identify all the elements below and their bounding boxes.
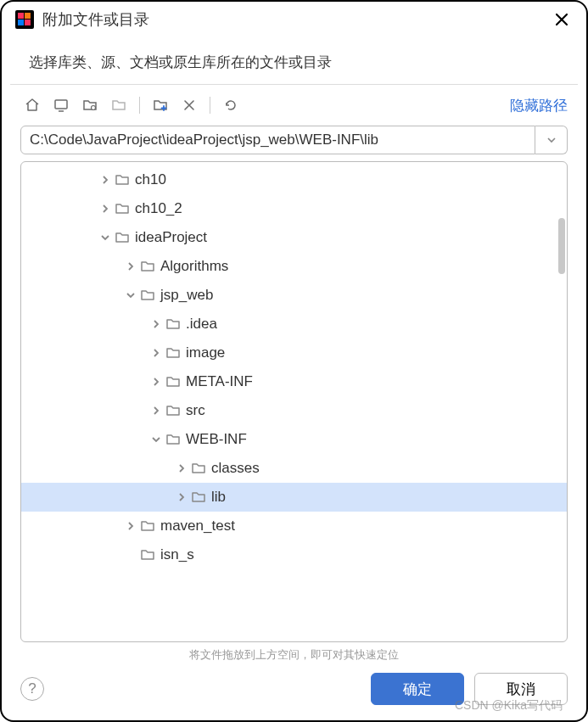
delete-button[interactable] xyxy=(177,93,201,117)
toolbar: 隐藏路径 xyxy=(2,85,586,126)
tree-node[interactable]: META-INF xyxy=(21,367,567,396)
tree-node[interactable]: Algorithms xyxy=(21,252,567,281)
toolbar-separator xyxy=(210,97,210,114)
folder-icon xyxy=(165,374,181,389)
svg-point-6 xyxy=(92,106,96,110)
hide-path-link[interactable]: 隐藏路径 xyxy=(510,96,568,115)
svg-rect-3 xyxy=(18,20,24,25)
tree-container[interactable]: ch10ch10_2ideaProjectAlgorithmsjsp_web.i… xyxy=(20,161,568,642)
folder-icon xyxy=(140,547,155,562)
chevron-right-icon[interactable] xyxy=(148,403,164,418)
ok-button[interactable]: 确定 xyxy=(371,673,464,705)
tree-node-label: WEB-INF xyxy=(186,431,247,448)
drag-hint: 将文件拖放到上方空间，即可对其快速定位 xyxy=(2,646,586,669)
tree-node-label: jsp_web xyxy=(160,287,213,304)
tree-node[interactable]: jsp_web xyxy=(21,281,567,310)
tree-node-label: lib xyxy=(211,489,226,506)
svg-rect-1 xyxy=(18,13,24,19)
dialog-title: 附加文件或目录 xyxy=(42,9,542,30)
tree-node[interactable]: WEB-INF xyxy=(21,425,567,454)
folder-icon xyxy=(165,403,181,418)
svg-rect-2 xyxy=(25,13,31,19)
cancel-button[interactable]: 取消 xyxy=(474,673,568,705)
refresh-button[interactable] xyxy=(219,93,243,117)
dialog-header: 附加文件或目录 xyxy=(2,2,586,37)
tree-node[interactable]: .idea xyxy=(21,310,567,339)
folder-icon xyxy=(191,490,206,505)
tree-node-label: image xyxy=(186,344,225,361)
tree-node[interactable]: ch10_2 xyxy=(21,194,567,223)
tree-node[interactable]: src xyxy=(21,396,567,425)
tree-node-label: ideaProject xyxy=(135,229,207,246)
tree-node[interactable]: ideaProject xyxy=(21,223,567,252)
svg-rect-4 xyxy=(25,20,31,25)
app-logo-icon xyxy=(15,10,34,29)
path-dropdown-button[interactable] xyxy=(535,126,568,154)
chevron-right-icon[interactable] xyxy=(98,201,113,216)
scrollbar-thumb[interactable] xyxy=(558,218,565,274)
dialog-subtitle: 选择库类、源、文档或原生库所在的文件或目录 xyxy=(10,37,578,85)
chevron-right-icon[interactable] xyxy=(98,172,113,187)
folder-icon xyxy=(140,259,155,274)
attach-file-dialog: 附加文件或目录 选择库类、源、文档或原生库所在的文件或目录 隐藏路径 xyxy=(0,0,588,722)
folder-icon xyxy=(165,345,181,361)
tree-node-label: META-INF xyxy=(186,373,253,390)
folder-icon xyxy=(140,518,155,534)
tree-node-label: .idea xyxy=(186,316,217,333)
tree-node[interactable]: isn_s xyxy=(21,540,567,569)
tree-node-label: src xyxy=(186,402,205,419)
tree-node-label: ch10 xyxy=(135,171,166,188)
tree-node[interactable]: maven_test xyxy=(21,512,567,540)
tree-node-label: maven_test xyxy=(160,518,235,535)
new-folder-button[interactable] xyxy=(148,93,172,117)
chevron-down-icon[interactable] xyxy=(98,230,113,245)
home-button[interactable] xyxy=(20,93,44,117)
chevron-right-icon[interactable] xyxy=(148,345,164,361)
tree-node-label: ch10_2 xyxy=(135,200,182,217)
tree-node-label: classes xyxy=(211,460,260,477)
tree-node-label: isn_s xyxy=(160,546,194,563)
project-button[interactable] xyxy=(78,93,102,117)
tree-node[interactable]: classes xyxy=(21,454,567,483)
tree-node[interactable]: lib xyxy=(21,483,567,512)
toolbar-separator xyxy=(139,97,140,114)
module-button[interactable] xyxy=(107,93,131,117)
chevron-right-icon[interactable] xyxy=(148,316,164,332)
tree-node-label: Algorithms xyxy=(160,258,228,275)
chevron-right-icon[interactable] xyxy=(174,461,189,476)
chevron-right-icon[interactable] xyxy=(148,374,164,389)
chevron-right-icon[interactable] xyxy=(123,259,138,274)
footer: ? 确定 取消 xyxy=(2,669,586,720)
chevron-down-icon[interactable] xyxy=(148,432,164,447)
folder-icon xyxy=(140,288,155,303)
path-input[interactable] xyxy=(20,126,535,154)
chevron-right-icon[interactable] xyxy=(123,518,138,534)
tree-node[interactable]: ch10 xyxy=(21,165,567,194)
tree-node[interactable]: image xyxy=(21,339,567,367)
file-tree: ch10ch10_2ideaProjectAlgorithmsjsp_web.i… xyxy=(21,162,567,573)
folder-icon xyxy=(165,432,181,447)
close-button[interactable] xyxy=(551,8,573,31)
svg-rect-5 xyxy=(55,100,67,109)
chevron-down-icon[interactable] xyxy=(123,288,138,303)
folder-icon xyxy=(115,230,130,245)
path-row xyxy=(2,126,586,161)
chevron-right-icon[interactable] xyxy=(174,490,189,505)
folder-icon xyxy=(165,316,181,332)
desktop-button[interactable] xyxy=(49,93,73,117)
help-button[interactable]: ? xyxy=(20,677,44,701)
folder-icon xyxy=(115,201,130,216)
folder-icon xyxy=(191,461,206,476)
folder-icon xyxy=(115,172,130,187)
